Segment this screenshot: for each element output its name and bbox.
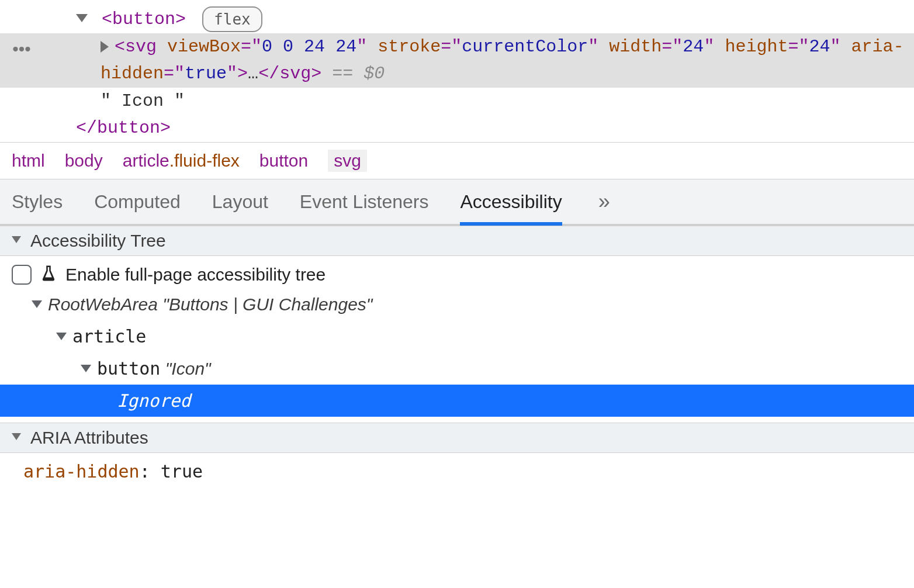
- disclosure-open-icon[interactable]: [56, 333, 67, 340]
- breadcrumb-item[interactable]: html: [12, 151, 45, 171]
- role-article: article: [72, 321, 146, 351]
- gutter: [8, 88, 35, 90]
- tab-computed[interactable]: Computed: [94, 179, 181, 226]
- text-node: " Icon ": [35, 88, 906, 115]
- role-rootwebarea: RootWebArea: [48, 289, 158, 319]
- section-header-accessibility-tree[interactable]: Accessibility Tree: [0, 226, 914, 256]
- role-button: button: [97, 354, 160, 383]
- button-name: "Icon": [165, 354, 211, 383]
- breadcrumb-item[interactable]: body: [65, 151, 103, 171]
- enable-full-page-a11y-tree-row[interactable]: Enable full-page accessibility tree: [0, 262, 914, 288]
- dom-row-svg[interactable]: ••• <svg viewBox="0 0 24 24" stroke="cur…: [0, 33, 914, 88]
- sidebar-tabs: StylesComputedLayoutEvent ListenersAcces…: [0, 179, 914, 226]
- enable-a11y-tree-label: Enable full-page accessibility tree: [65, 265, 326, 285]
- disclosure-open-icon[interactable]: [12, 236, 21, 243]
- dom-row-button-open[interactable]: <button> flex: [0, 6, 914, 33]
- tab-accessibility[interactable]: Accessibility: [460, 179, 562, 226]
- breadcrumb-item[interactable]: article.fluid-flex: [123, 151, 240, 171]
- flex-badge[interactable]: flex: [202, 6, 262, 32]
- tabs-overflow-icon[interactable]: »: [594, 189, 612, 214]
- ignored-label: Ignored: [117, 386, 191, 416]
- root-name: "Buttons | GUI Challenges": [162, 289, 372, 319]
- section-title: ARIA Attributes: [30, 428, 148, 448]
- gutter: [8, 115, 35, 117]
- aria-attributes-body: aria-hidden: true: [0, 453, 914, 490]
- disclosure-open-icon[interactable]: [12, 433, 21, 440]
- gutter: [8, 6, 35, 8]
- disclosure-open-icon[interactable]: [76, 14, 88, 22]
- a11y-tree-root[interactable]: RootWebArea "Buttons | GUI Challenges": [0, 288, 914, 320]
- tab-event-listeners[interactable]: Event Listeners: [300, 179, 429, 226]
- section-title: Accessibility Tree: [30, 231, 166, 251]
- a11y-tree-button[interactable]: button "Icon": [0, 352, 914, 385]
- section-header-aria-attributes[interactable]: ARIA Attributes: [0, 423, 914, 453]
- checkbox-enable-a11y-tree[interactable]: [12, 265, 32, 285]
- tab-layout[interactable]: Layout: [212, 179, 268, 226]
- gutter-more-icon[interactable]: •••: [8, 33, 35, 63]
- disclosure-open-icon[interactable]: [81, 365, 91, 372]
- disclosure-closed-icon[interactable]: [101, 41, 109, 53]
- dom-row-button-close[interactable]: </button>: [0, 115, 914, 142]
- dom-row-text-node[interactable]: " Icon ": [0, 88, 914, 115]
- breadcrumb: htmlbodyarticle.fluid-flexbuttonsvg: [0, 142, 914, 179]
- aria-attr-key: aria-hidden: [23, 461, 140, 482]
- flask-icon: [40, 264, 57, 286]
- aria-attr-value: true: [161, 461, 203, 482]
- breadcrumb-item[interactable]: svg: [328, 150, 367, 172]
- a11y-tree-ignored[interactable]: Ignored: [0, 385, 914, 417]
- elements-dom-tree: <button> flex ••• <svg viewBox="0 0 24 2…: [0, 0, 914, 142]
- tab-styles[interactable]: Styles: [12, 179, 63, 226]
- tag-button: button: [112, 9, 175, 29]
- accessibility-tree-body: Enable full-page accessibility tree Root…: [0, 256, 914, 423]
- disclosure-open-icon[interactable]: [32, 300, 42, 308]
- a11y-tree-article[interactable]: article: [0, 320, 914, 352]
- tag-button-close: button: [97, 118, 160, 138]
- breadcrumb-item[interactable]: button: [259, 151, 308, 171]
